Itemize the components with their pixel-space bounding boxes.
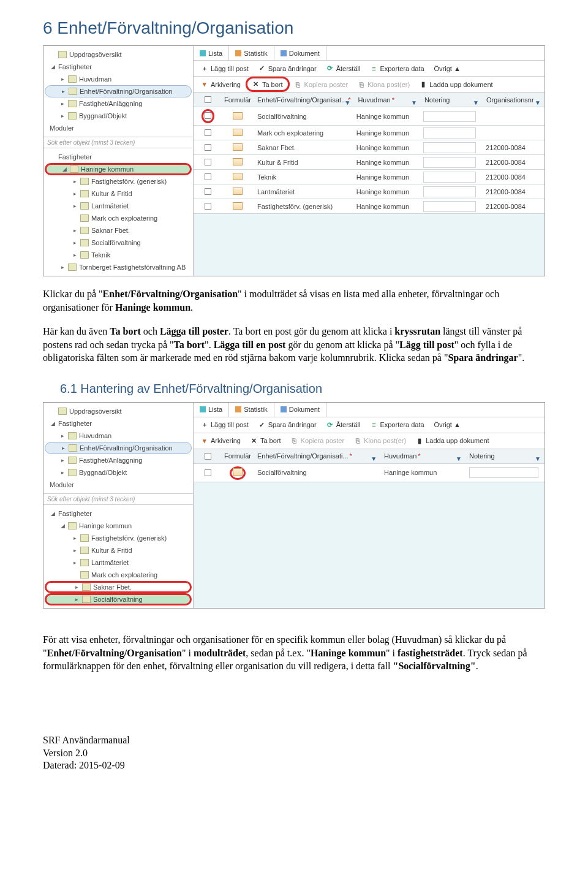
row-checkbox[interactable] — [205, 173, 211, 180]
save-button[interactable]: ✓Spara ändringar — [254, 61, 322, 76]
nav-fastighet-anlaggning[interactable]: ▸Fastighet/Anläggning — [45, 454, 192, 466]
nav-moduler[interactable]: Moduler — [45, 479, 192, 491]
select-all-checkbox[interactable] — [205, 96, 211, 103]
tab-lista[interactable]: Lista — [194, 403, 229, 417]
nav-fastighet-anlaggning[interactable]: ▸Fastighet/Anläggning — [45, 97, 192, 110]
nav-uppdragsoversikt[interactable]: Uppdragsöversikt — [45, 48, 192, 61]
tab-statistik[interactable]: Statistik — [229, 46, 274, 60]
filter-icon[interactable]: ▼ — [535, 455, 541, 462]
notering-input[interactable] — [423, 111, 476, 122]
table-row[interactable]: Saknar Fbet.Haninge kommun212000-0084 — [194, 140, 545, 155]
tree-item[interactable]: Mark och exploatering — [45, 212, 192, 224]
tree-item-saknar-fbet[interactable]: ▸Saknar Fbet. — [45, 581, 192, 593]
delete-button[interactable]: ✕Ta bort — [246, 77, 290, 92]
col-huvudman[interactable]: Huvudman*▼ — [354, 96, 420, 104]
row-checkbox[interactable] — [205, 144, 211, 151]
row-checkbox[interactable] — [205, 188, 211, 195]
row-checkbox[interactable] — [205, 203, 211, 210]
delete-button[interactable]: ✕Ta bort — [246, 433, 286, 449]
tree-haninge-kommun[interactable]: ◢Haninge kommun — [45, 163, 192, 175]
tree-tornberget[interactable]: ▸Tornberget Fastighetsförvaltning AB — [45, 261, 192, 273]
col-notering[interactable]: Notering▼ — [466, 452, 545, 460]
nav-enhet-forvaltning-organisation[interactable]: ▸Enhet/Förvaltning/Organisation — [45, 442, 192, 454]
notering-input[interactable] — [469, 467, 538, 478]
col-enhet[interactable]: Enhet/Förvaltning/Organisati...*▼ — [254, 452, 380, 460]
filter-icon[interactable]: ▼ — [411, 99, 417, 106]
reset-button[interactable]: ⟳Återställ — [322, 417, 366, 433]
tree-item[interactable]: ▸Lantmäteriet — [45, 200, 192, 212]
nav-byggnad-objekt[interactable]: ▸Byggnad/Objekt — [45, 110, 192, 122]
col-organisationsnr[interactable]: Organisationsnr▼ — [483, 96, 545, 104]
filter-icon[interactable]: ▼ — [535, 99, 541, 106]
search-input[interactable]: Sök efter objekt (minst 3 tecken) — [43, 493, 193, 505]
tab-dokument[interactable]: Dokument — [274, 403, 326, 417]
row-checkbox[interactable] — [205, 129, 211, 136]
archive-button[interactable]: ▾Arkivering — [196, 77, 246, 92]
nav-enhet-forvaltning-organisation[interactable]: ▸Enhet/Förvaltning/Organisation — [45, 85, 192, 97]
form-button[interactable] — [233, 173, 243, 180]
notering-input[interactable] — [423, 172, 476, 183]
tree-item[interactable]: Mark och exploatering — [45, 569, 192, 581]
tab-statistik[interactable]: Statistik — [229, 403, 274, 417]
notering-input[interactable] — [423, 142, 476, 153]
col-notering[interactable]: Notering▼ — [421, 96, 483, 104]
tab-dokument[interactable]: Dokument — [274, 46, 326, 60]
table-row[interactable]: Mark och exploateringHaninge kommun — [194, 126, 545, 140]
tab-lista[interactable]: Lista — [194, 46, 229, 60]
form-button[interactable] — [233, 158, 243, 165]
nav-moduler[interactable]: Moduler — [45, 122, 192, 134]
save-button[interactable]: ✓Spara ändringar — [254, 417, 322, 433]
row-checkbox[interactable] — [205, 469, 211, 476]
nav-huvudman[interactable]: ▸Huvudman — [45, 73, 192, 85]
nav-fastigheter[interactable]: ◢Fastigheter — [45, 417, 192, 430]
nav-huvudman[interactable]: ▸Huvudman — [45, 430, 192, 442]
filter-icon[interactable]: ▼ — [456, 455, 462, 462]
select-all-checkbox[interactable] — [205, 453, 211, 460]
reset-button[interactable]: ⟳Återställ — [322, 61, 366, 76]
form-button[interactable] — [233, 202, 243, 210]
tree-item[interactable]: ▸Kultur & Fritid — [45, 544, 192, 556]
tree-item[interactable]: ▸Fastighetsförv. (generisk) — [45, 532, 192, 544]
tree-item[interactable]: ▸Fastighetsförv. (generisk) — [45, 175, 192, 188]
export-button[interactable]: ≡Exportera data — [365, 417, 429, 433]
form-button[interactable] — [233, 129, 243, 136]
tree-fastigheter[interactable]: Fastigheter — [45, 151, 192, 163]
table-row[interactable]: Socialförvaltning Haninge kommun — [194, 464, 545, 482]
search-input[interactable]: Sök efter objekt (minst 3 tecken) — [43, 137, 193, 148]
form-button-highlighted[interactable] — [230, 466, 246, 480]
other-menu[interactable]: Övrigt ▲ — [429, 417, 466, 433]
tree-item[interactable]: ▸Socialförvaltning — [45, 237, 192, 249]
upload-button[interactable]: ▮Ladda upp dokument — [415, 77, 497, 92]
col-huvudman[interactable]: Huvudman*▼ — [380, 452, 466, 460]
row-checkbox-highlighted[interactable] — [202, 109, 214, 123]
col-enhet[interactable]: Enhet/Förvaltning/Organisat...*▼ — [254, 96, 354, 104]
tree-item[interactable]: ▸Lantmäteriet — [45, 556, 192, 569]
nav-byggnad-objekt[interactable]: ▸Byggnad/Objekt — [45, 466, 192, 479]
export-button[interactable]: ≡Exportera data — [365, 61, 429, 76]
table-row[interactable]: Kultur & FritidHaninge kommun212000-0084 — [194, 155, 545, 170]
row-checkbox[interactable] — [205, 159, 211, 165]
tree-item[interactable]: ▸Kultur & Fritid — [45, 188, 192, 200]
notering-input[interactable] — [423, 127, 476, 139]
add-post-button[interactable]: +Lägg till post — [196, 61, 254, 76]
nav-fastigheter[interactable]: ◢Fastigheter — [45, 61, 192, 73]
other-menu[interactable]: Övrigt ▲ — [429, 61, 466, 76]
notering-input[interactable] — [423, 201, 476, 212]
form-button[interactable] — [233, 188, 243, 195]
tree-haninge-kommun[interactable]: ◢Haninge kommun — [45, 520, 192, 532]
form-button[interactable] — [233, 143, 243, 151]
table-row[interactable]: LantmäterietHaninge kommun212000-0084 — [194, 184, 545, 199]
archive-button[interactable]: ▾Arkivering — [196, 433, 246, 449]
table-row[interactable]: TeknikHaninge kommun212000-0084 — [194, 170, 545, 184]
add-post-button[interactable]: +Lägg till post — [196, 417, 254, 433]
table-row[interactable]: SocialförvaltningHaninge kommun — [194, 107, 545, 126]
table-row[interactable]: Fastighetsförv. (generisk)Haninge kommun… — [194, 199, 545, 214]
filter-icon[interactable]: ▼ — [473, 99, 479, 106]
col-formular[interactable]: Formulär — [222, 452, 254, 460]
col-formular[interactable]: Formulär — [222, 96, 254, 104]
tree-item[interactable]: ▸Teknik — [45, 249, 192, 261]
filter-icon[interactable]: ▼ — [371, 455, 377, 462]
notering-input[interactable] — [423, 186, 476, 197]
tree-item-socialforvaltning[interactable]: ▸Socialförvaltning — [45, 593, 192, 605]
filter-icon[interactable]: ▼ — [345, 99, 351, 106]
